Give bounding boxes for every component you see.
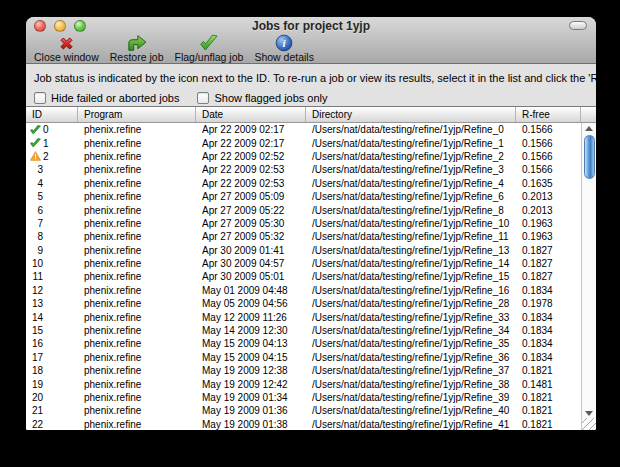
job-rfree: 0.1566 xyxy=(516,150,581,163)
job-date: May 19 2009 12:38 xyxy=(196,364,306,377)
table-row[interactable]: 17phenix.refineMay 15 2009 04:15/Users/n… xyxy=(26,351,581,364)
table-row[interactable]: 16phenix.refineMay 15 2009 04:13/Users/n… xyxy=(26,337,581,350)
window-chrome: Jobs for project 1yjp Close window xyxy=(26,17,596,64)
column-header-id[interactable]: ID xyxy=(26,107,78,122)
table-row[interactable]: 12phenix.refineMay 01 2009 04:48/Users/n… xyxy=(26,284,581,297)
show-flagged-filter[interactable]: Show flagged jobs only xyxy=(197,92,327,104)
column-header-program[interactable]: Program xyxy=(78,107,196,122)
table-row[interactable]: 2phenix.refineApr 22 2009 02:52/Users/na… xyxy=(26,150,581,163)
job-date: May 15 2009 04:13 xyxy=(196,337,306,350)
hide-failed-checkbox[interactable] xyxy=(34,92,46,104)
job-directory: /Users/nat/data/testing/refine/1yjp/Refi… xyxy=(306,150,516,163)
job-id: 19 xyxy=(30,379,43,390)
job-directory: /Users/nat/data/testing/refine/1yjp/Refi… xyxy=(306,163,516,176)
job-date: Apr 22 2009 02:52 xyxy=(196,150,306,163)
table-body: 0phenix.refineApr 22 2009 02:17/Users/na… xyxy=(26,123,596,430)
job-directory: /Users/nat/data/testing/refine/1yjp/Refi… xyxy=(306,136,516,149)
table-row[interactable]: 0phenix.refineApr 22 2009 02:17/Users/na… xyxy=(26,123,581,136)
job-rfree: 0.1978 xyxy=(516,297,581,310)
job-program: phenix.refine xyxy=(78,404,196,417)
table-row[interactable]: 22phenix.refineMay 19 2009 01:38/Users/n… xyxy=(26,418,581,430)
job-id: 14 xyxy=(30,312,43,323)
table-row[interactable]: 15phenix.refineMay 14 2009 12:30/Users/n… xyxy=(26,324,581,337)
job-rfree: 0.1821 xyxy=(516,364,581,377)
job-rfree: 0.2013 xyxy=(516,203,581,216)
job-directory: /Users/nat/data/testing/refine/1yjp/Refi… xyxy=(306,337,516,350)
job-id: 22 xyxy=(30,419,43,430)
job-date: Apr 27 2009 05:22 xyxy=(196,203,306,216)
job-id: 12 xyxy=(30,285,43,296)
table-row[interactable]: 9phenix.refineApr 30 2009 01:41/Users/na… xyxy=(26,244,581,257)
job-directory: /Users/nat/data/testing/refine/1yjp/Refi… xyxy=(306,364,516,377)
table-row[interactable]: 18phenix.refineMay 19 2009 12:38/Users/n… xyxy=(26,364,581,377)
resize-grip[interactable] xyxy=(582,418,597,430)
scroll-down-arrow-icon[interactable] xyxy=(585,411,593,416)
job-program: phenix.refine xyxy=(78,310,196,323)
job-directory: /Users/nat/data/testing/refine/1yjp/Refi… xyxy=(306,404,516,417)
table-row[interactable]: 6phenix.refineApr 27 2009 05:22/Users/na… xyxy=(26,203,581,216)
column-header-date[interactable]: Date xyxy=(196,107,306,122)
toolbar-label: Flag/unflag job xyxy=(174,52,243,63)
job-date: May 05 2009 04:56 xyxy=(196,297,306,310)
job-program: phenix.refine xyxy=(78,337,196,350)
close-traffic-light-icon[interactable] xyxy=(34,20,46,32)
job-rfree: 0.1827 xyxy=(516,270,581,283)
job-program: phenix.refine xyxy=(78,351,196,364)
job-rfree: 0.1834 xyxy=(516,337,581,350)
toolbar: Close window Restore job xyxy=(26,34,596,63)
job-rfree: 0.1481 xyxy=(516,377,581,390)
job-program: phenix.refine xyxy=(78,163,196,176)
job-directory: /Users/nat/data/testing/refine/1yjp/Refi… xyxy=(306,230,516,243)
table-header: ID Program Date Directory R-free xyxy=(26,107,596,123)
job-rfree: 0.1963 xyxy=(516,230,581,243)
table-row[interactable]: 11phenix.refineApr 30 2009 05:01/Users/n… xyxy=(26,270,581,283)
table-row[interactable]: 21phenix.refineMay 19 2009 01:36/Users/n… xyxy=(26,404,581,417)
job-rfree: 0.1834 xyxy=(516,351,581,364)
job-id: 11 xyxy=(30,271,43,282)
job-id: 15 xyxy=(30,325,43,336)
show-details-button[interactable]: i Show details xyxy=(251,34,317,63)
scroll-up-arrow-icon[interactable] xyxy=(585,126,593,131)
job-id-cell: 9 xyxy=(26,244,78,257)
zoom-traffic-light-icon[interactable] xyxy=(74,20,86,32)
scrollbar-thumb[interactable] xyxy=(584,135,595,179)
table-row[interactable]: 1phenix.refineApr 22 2009 02:17/Users/na… xyxy=(26,136,581,149)
job-rfree: 0.1821 xyxy=(516,418,581,430)
column-header-directory[interactable]: Directory xyxy=(306,107,516,122)
job-program: phenix.refine xyxy=(78,244,196,257)
job-directory: /Users/nat/data/testing/refine/1yjp/Refi… xyxy=(306,284,516,297)
job-directory: /Users/nat/data/testing/refine/1yjp/Refi… xyxy=(306,297,516,310)
job-rfree: 0.1834 xyxy=(516,310,581,323)
table-row[interactable]: 7phenix.refineApr 27 2009 05:30/Users/na… xyxy=(26,217,581,230)
job-program: phenix.refine xyxy=(78,203,196,216)
minimize-traffic-light-icon[interactable] xyxy=(54,20,66,32)
titlebar[interactable]: Jobs for project 1yjp xyxy=(26,17,596,34)
job-date: Apr 30 2009 04:57 xyxy=(196,257,306,270)
restore-job-button[interactable]: Restore job xyxy=(107,34,167,63)
hide-failed-filter[interactable]: Hide failed or aborted jobs xyxy=(34,92,179,104)
vertical-scrollbar[interactable] xyxy=(581,123,596,430)
table-row[interactable]: 14phenix.refineMay 12 2009 11:26/Users/n… xyxy=(26,310,581,323)
table-row[interactable]: 10phenix.refineApr 30 2009 04:57/Users/n… xyxy=(26,257,581,270)
table-row[interactable]: 4phenix.refineApr 22 2009 02:53/Users/na… xyxy=(26,177,581,190)
table-row[interactable]: 19phenix.refineMay 19 2009 12:42/Users/n… xyxy=(26,377,581,390)
column-header-rfree[interactable]: R-free xyxy=(516,107,581,122)
close-window-button[interactable]: Close window xyxy=(31,34,102,63)
job-program: phenix.refine xyxy=(78,217,196,230)
job-directory: /Users/nat/data/testing/refine/1yjp/Refi… xyxy=(306,203,516,216)
table-row[interactable]: 5phenix.refineApr 27 2009 05:09/Users/na… xyxy=(26,190,581,203)
jobs-table: ID Program Date Directory R-free 0phenix… xyxy=(26,106,596,430)
table-row[interactable]: 13phenix.refineMay 05 2009 04:56/Users/n… xyxy=(26,297,581,310)
job-rfree: 0.1827 xyxy=(516,257,581,270)
show-flagged-checkbox[interactable] xyxy=(197,92,209,104)
job-id-cell: 22 xyxy=(26,418,78,430)
window-title: Jobs for project 1yjp xyxy=(26,19,596,33)
job-id-cell: 5 xyxy=(26,190,78,203)
table-row[interactable]: 8phenix.refineApr 27 2009 05:32/Users/na… xyxy=(26,230,581,243)
flag-unflag-job-button[interactable]: Flag/unflag job xyxy=(171,34,246,63)
show-flagged-label: Show flagged jobs only xyxy=(214,92,327,104)
table-row[interactable]: 3phenix.refineApr 22 2009 02:53/Users/na… xyxy=(26,163,581,176)
table-row[interactable]: 20phenix.refineMay 19 2009 01:34/Users/n… xyxy=(26,391,581,404)
toolbar-toggle-lozenge-button[interactable] xyxy=(569,21,587,30)
job-date: May 19 2009 01:34 xyxy=(196,391,306,404)
